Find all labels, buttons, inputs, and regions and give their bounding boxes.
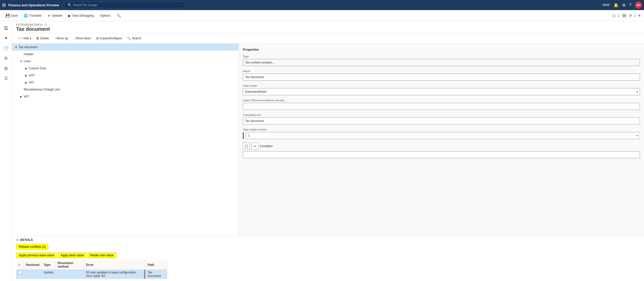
translate-icon: 🌐 <box>24 14 28 18</box>
label-vat2: VAT <box>24 95 29 98</box>
sidebar-favorites-icon[interactable]: ★ <box>2 33 11 42</box>
toggle-tax-document: ▼ <box>14 45 18 49</box>
apply-prev-base-button[interactable]: Apply previous base value <box>16 252 57 258</box>
expand-collapse-button[interactable]: ⊞ Expand/collapse <box>94 35 124 42</box>
browser-icon[interactable]: □ <box>618 14 620 18</box>
th-path: Path <box>146 260 167 270</box>
tree-item-vat2[interactable]: ▶ VAT <box>12 93 239 100</box>
toggle-gst: ▶ <box>24 73 28 77</box>
add-icon: + <box>18 37 20 40</box>
delete-icon: 🗑 <box>36 37 39 40</box>
details-label: DETAILS <box>20 238 33 242</box>
toggle-header <box>19 52 23 56</box>
move-down-button[interactable]: ↓ Move down <box>71 35 93 42</box>
toggle-lines: ▼ <box>19 59 23 63</box>
th-type: Type <box>42 260 56 270</box>
prop-label-group: Label (*Recommended to use lab... <box>243 99 640 110</box>
prop-data-model-select[interactable]: ExtensionModel <box>243 88 640 95</box>
row-checkbox[interactable] <box>18 271 22 274</box>
main-layout: 🏠 ★ 🕐 ⊞ ▤ ☰ EXTENSIONCONFIG : 3 Tax docu… <box>0 21 644 281</box>
save-button[interactable]: 💾 Save <box>3 12 20 20</box>
help-icon[interactable]: ? <box>629 3 631 7</box>
sidebar-recent-icon[interactable]: 🕐 <box>2 43 11 52</box>
toggle-custom-duty: ▶ <box>24 66 28 70</box>
command-search-button[interactable]: 🔍 <box>114 12 123 20</box>
prop-translated-text-input[interactable] <box>243 117 640 124</box>
debug-icon: ▶ <box>68 14 71 18</box>
prop-type: Type document.querySelector('[data-name=… <box>243 55 640 66</box>
toggle-vat2: ▶ <box>19 95 23 99</box>
prop-translated-text: Translated text <box>243 113 640 124</box>
settings-icon[interactable]: ⚙ <box>622 3 626 8</box>
version-marker <box>243 132 244 139</box>
tree-item-custom-duty[interactable]: ▶ Custom Duty <box>12 65 239 72</box>
condition-edit-button[interactable]: ✏ <box>251 143 258 150</box>
env-initials: INMF <box>603 3 610 7</box>
tree-item-vat[interactable]: ▶ VAT <box>12 79 239 86</box>
move-up-button[interactable]: ↑ Move up <box>52 35 70 42</box>
options-button[interactable]: Options <box>97 12 113 20</box>
main-content: EXTENSIONCONFIG : 3 Tax document + + Add… <box>12 21 644 281</box>
design-icon[interactable]: ⬡ <box>613 14 616 18</box>
tree-item-lines[interactable]: ▼ Lines <box>12 58 239 65</box>
prop-type-input[interactable] <box>243 59 640 66</box>
th-check: ✓ <box>16 260 24 270</box>
translate-button[interactable]: 🌐 Translate <box>21 12 44 20</box>
td-error: 92 was updated in base configuration fro… <box>84 270 144 279</box>
toggle-misc-charge <box>19 87 23 91</box>
td-type: Update <box>42 270 56 279</box>
prop-data-model-wrap: ExtensionModel <box>243 88 640 95</box>
label-lines: Lines <box>24 59 31 63</box>
version-badge[interactable]: 10 <box>622 13 627 18</box>
prop-data-model: Data model ExtensionModel <box>243 84 640 95</box>
search-button[interactable]: 🔍 Search <box>125 35 143 42</box>
apply-base-button[interactable]: Apply base value <box>58 252 86 258</box>
search-placeholder: Search for a page <box>73 3 97 7</box>
app-grid-icon[interactable]: ⊞ <box>2 2 6 8</box>
page-title: Tax document <box>16 26 640 32</box>
condition-row: 📋 ✏ Condition <box>243 143 640 150</box>
th-error: Error <box>84 260 144 270</box>
td-resolution-method <box>56 270 84 279</box>
td-path: Tax document <box>146 270 167 279</box>
validate-icon: ✔ <box>48 14 51 18</box>
page-header: EXTENSIONCONFIG : 3 Tax document <box>12 21 644 33</box>
notification-icon[interactable]: 🔔 <box>614 3 619 8</box>
tree-item-tax-document[interactable]: ▼ Tax document <box>12 44 239 51</box>
condition-copy-button[interactable]: 📋 <box>243 143 250 150</box>
restore-icon[interactable]: □ <box>634 14 636 18</box>
th-resolution-method: Resolution method <box>56 260 84 270</box>
label-custom-duty: Custom Duty <box>29 67 46 70</box>
prop-data-model-label: Data model <box>243 84 640 87</box>
prop-name-input[interactable] <box>243 74 640 81</box>
add-button[interactable]: + + Add ▾ <box>16 35 33 42</box>
validate-button[interactable]: ✔ Validate <box>45 12 65 20</box>
prop-data-model-version-label: Data model version <box>243 128 640 131</box>
sidebar-home-icon[interactable]: 🏠 <box>2 23 11 32</box>
action-buttons: Apply previous base value Apply base val… <box>16 252 640 258</box>
sidebar-filter-icon[interactable]: ▤ <box>2 64 11 73</box>
rebase-conflicts-button[interactable]: Rebase conflicts (1) <box>16 244 48 250</box>
tree-item-header[interactable]: Header <box>12 51 239 58</box>
delete-button[interactable]: 🗑 Delete <box>34 35 51 42</box>
tree-item-misc-charge[interactable]: Miscellaneous Charge Line <box>12 86 239 93</box>
retain-own-button[interactable]: Retain own value <box>88 252 116 258</box>
global-search[interactable]: 🔍 Search for a page <box>64 2 185 8</box>
tree-item-gst[interactable]: ▶ GST <box>12 72 239 79</box>
command-bar-right: ⬡ □ 10 ↺ □ ✕ <box>613 13 641 18</box>
sidebar-workspaces-icon[interactable]: ⊞ <box>2 53 11 63</box>
start-debugging-button[interactable]: ▶ Start Debugging <box>66 12 96 20</box>
user-avatar[interactable]: AD <box>635 2 642 9</box>
tree-toolbar: + + Add ▾ 🗑 Delete ↑ Move up ↓ Move down… <box>12 33 644 44</box>
refresh-icon[interactable]: ↺ <box>629 14 632 18</box>
condition-input[interactable] <box>243 151 640 158</box>
sidebar-list-icon[interactable]: ☰ <box>2 74 11 83</box>
conflicts-table: ✓ Resolved Type Resolution method Error … <box>16 260 167 279</box>
move-down-icon: ↓ <box>73 37 75 40</box>
label-header: Header <box>24 52 33 56</box>
properties-panel: Properties Type document.querySelector('… <box>239 44 644 236</box>
prop-version-select[interactable]: 1 <box>246 132 640 139</box>
prop-label-input[interactable] <box>243 103 640 110</box>
table-row[interactable]: Update 92 was updated in base configurat… <box>16 270 167 279</box>
close-icon[interactable]: ✕ <box>638 14 641 18</box>
